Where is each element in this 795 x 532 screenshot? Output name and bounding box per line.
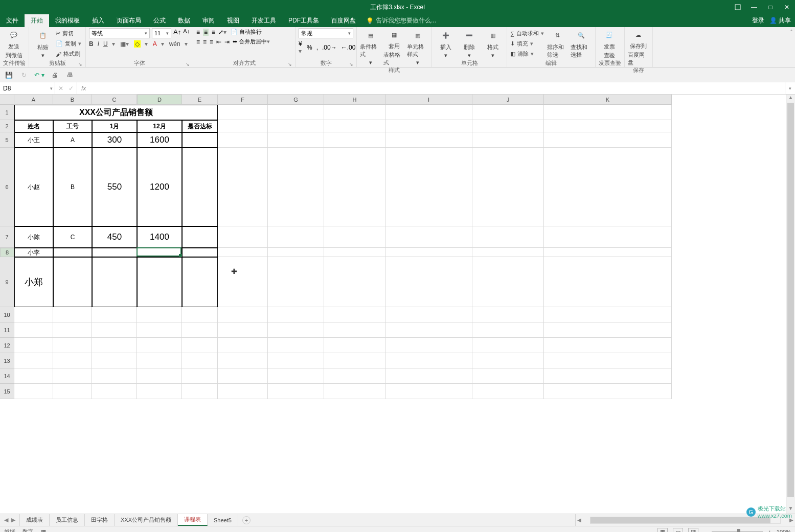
sort-filter-button[interactable]: ⇅排序和筛选 bbox=[547, 29, 569, 59]
cell-B14[interactable] bbox=[53, 368, 92, 384]
cell-D2[interactable]: 12月 bbox=[137, 120, 182, 132]
cell-K13[interactable] bbox=[544, 353, 672, 368]
cell-D11[interactable] bbox=[137, 322, 182, 338]
cell-K11[interactable] bbox=[544, 322, 672, 338]
tab-formulas[interactable]: 公式 bbox=[147, 14, 172, 27]
column-header-B[interactable]: B bbox=[53, 95, 92, 105]
cell-G6[interactable] bbox=[268, 148, 324, 226]
conditional-format-button[interactable]: ▤条件格式▾ bbox=[360, 29, 381, 66]
normal-view-button[interactable]: ▦ bbox=[657, 528, 668, 533]
vertical-scrollbar[interactable]: ▲▼ bbox=[786, 95, 795, 514]
undo-button[interactable]: ↶ ▾ bbox=[34, 70, 45, 81]
cell-J2[interactable] bbox=[472, 120, 544, 132]
cell-H9[interactable] bbox=[324, 257, 385, 307]
cell-A13[interactable] bbox=[14, 353, 53, 368]
cell-F1[interactable] bbox=[218, 105, 268, 120]
merge-center-button[interactable]: ⬌ 合并后居中▾ bbox=[233, 38, 271, 45]
cell-B5[interactable]: A bbox=[53, 132, 92, 148]
cell-H14[interactable] bbox=[324, 368, 385, 384]
cell-I12[interactable] bbox=[385, 338, 472, 353]
cell-G5[interactable] bbox=[268, 132, 324, 148]
autosum-button[interactable]: ∑自动求和▾ bbox=[510, 29, 545, 38]
cell-H5[interactable] bbox=[324, 132, 385, 148]
print-preview-button[interactable]: 🖨 bbox=[49, 70, 60, 81]
italic-button[interactable]: I bbox=[98, 40, 99, 48]
cell-E10[interactable] bbox=[182, 307, 218, 322]
cell-H15[interactable] bbox=[324, 384, 385, 399]
increase-font-button[interactable]: A↑ bbox=[173, 28, 181, 38]
cell-K2[interactable] bbox=[544, 120, 672, 132]
format-cells-button[interactable]: ▥格式▾ bbox=[482, 29, 504, 59]
cell-H2[interactable] bbox=[324, 120, 385, 132]
cell-E8[interactable] bbox=[182, 248, 218, 257]
cell-A5[interactable]: 小王 bbox=[14, 132, 53, 148]
cell-K7[interactable] bbox=[544, 226, 672, 248]
cell-B13[interactable] bbox=[53, 353, 92, 368]
share-button[interactable]: 👤 共享 bbox=[769, 16, 791, 25]
column-header-I[interactable]: I bbox=[385, 95, 472, 105]
cell-D13[interactable] bbox=[137, 353, 182, 368]
format-as-table-button[interactable]: ▦套用表格格式 bbox=[383, 28, 405, 66]
cell-B12[interactable] bbox=[53, 338, 92, 353]
cell-D8[interactable] bbox=[137, 248, 182, 257]
cell-C7[interactable]: 450 bbox=[92, 226, 137, 248]
cell-I11[interactable] bbox=[385, 322, 472, 338]
cell-J1[interactable] bbox=[472, 105, 544, 120]
cell-J6[interactable] bbox=[472, 148, 544, 226]
cancel-formula-button[interactable]: ✕ bbox=[58, 85, 63, 92]
add-sheet-button[interactable]: + bbox=[242, 516, 251, 524]
cell-H10[interactable] bbox=[324, 307, 385, 322]
cell-D14[interactable] bbox=[137, 368, 182, 384]
tab-review[interactable]: 审阅 bbox=[196, 14, 221, 27]
cell-F11[interactable] bbox=[218, 322, 268, 338]
sheet-tab-0[interactable]: 成绩表 bbox=[20, 514, 50, 526]
cell-H11[interactable] bbox=[324, 322, 385, 338]
tab-data[interactable]: 数据 bbox=[172, 14, 196, 27]
row-header-8[interactable]: 8 bbox=[0, 248, 14, 257]
cell-styles-button[interactable]: ▨单元格样式▾ bbox=[407, 29, 428, 66]
cell-F14[interactable] bbox=[218, 368, 268, 384]
cell-C13[interactable] bbox=[92, 353, 137, 368]
maximize-button[interactable]: □ bbox=[762, 0, 779, 14]
percent-button[interactable]: % bbox=[307, 44, 312, 51]
page-layout-view-button[interactable]: ▭ bbox=[673, 528, 683, 533]
cell-J12[interactable] bbox=[472, 338, 544, 353]
cell-A9[interactable]: 小郑 bbox=[14, 257, 53, 307]
column-header-E[interactable]: E bbox=[182, 95, 218, 105]
cell-K10[interactable] bbox=[544, 307, 672, 322]
column-header-F[interactable]: F bbox=[218, 95, 268, 105]
cell-G2[interactable] bbox=[268, 120, 324, 132]
cell-A15[interactable] bbox=[14, 384, 53, 399]
cell-B6[interactable]: B bbox=[53, 148, 92, 226]
row-header-2[interactable]: 2 bbox=[0, 120, 14, 132]
cell-C15[interactable] bbox=[92, 384, 137, 399]
cell-B2[interactable]: 工号 bbox=[53, 120, 92, 132]
sheet-nav-prev[interactable]: ◀ bbox=[4, 517, 8, 523]
cell-G10[interactable] bbox=[268, 307, 324, 322]
tab-pdf-tools[interactable]: PDF工具集 bbox=[282, 14, 325, 27]
column-header-H[interactable]: H bbox=[324, 95, 385, 105]
align-right-button[interactable]: ≡ bbox=[210, 38, 213, 45]
wrap-text-button[interactable]: 📄 自动换行 bbox=[231, 28, 262, 36]
cell-I5[interactable] bbox=[385, 132, 472, 148]
row-header-11[interactable]: 11 bbox=[0, 322, 14, 338]
row-header-14[interactable]: 14 bbox=[0, 368, 14, 384]
cell-E11[interactable] bbox=[182, 322, 218, 338]
tab-home[interactable]: 开始 bbox=[25, 14, 49, 27]
cell-E15[interactable] bbox=[182, 384, 218, 399]
cell-F5[interactable] bbox=[218, 132, 268, 148]
number-format-select[interactable]: 常规▾ bbox=[299, 28, 353, 38]
login-link[interactable]: 登录 bbox=[752, 16, 764, 25]
column-header-D[interactable]: D bbox=[137, 95, 182, 105]
cell-K15[interactable] bbox=[544, 384, 672, 399]
cell-I9[interactable] bbox=[385, 257, 472, 307]
decrease-font-button[interactable]: A↓ bbox=[183, 28, 190, 38]
indent-dec-button[interactable]: ⇤ bbox=[216, 38, 221, 45]
comma-button[interactable]: , bbox=[316, 44, 318, 51]
cell-E13[interactable] bbox=[182, 353, 218, 368]
cell-D5[interactable]: 1600 bbox=[137, 132, 182, 148]
cell-E9[interactable] bbox=[182, 257, 218, 307]
row-header-10[interactable]: 10 bbox=[0, 307, 14, 322]
cell-G7[interactable] bbox=[268, 226, 324, 248]
copy-button[interactable]: 📄复制▾ bbox=[56, 39, 82, 49]
